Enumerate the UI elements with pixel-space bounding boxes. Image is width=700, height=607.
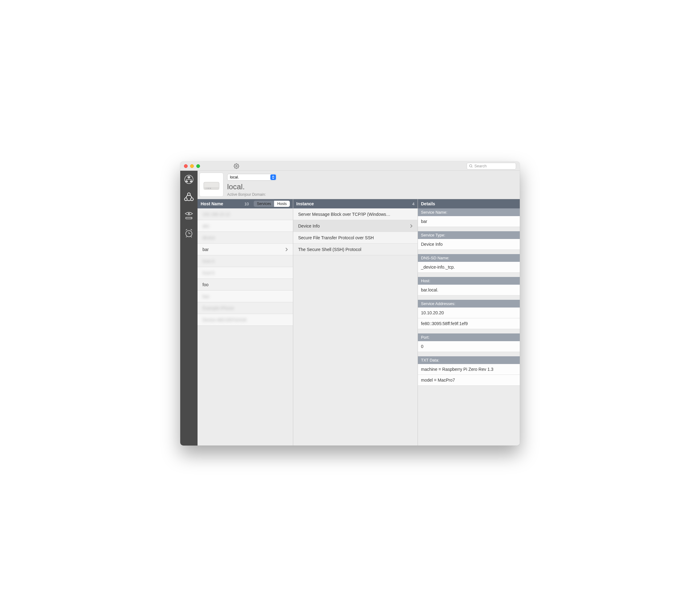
instance-row[interactable]: Device Info — [293, 220, 418, 232]
detail-label-service-type: Service Type: — [418, 231, 520, 239]
app-window: local. Active Bonjour Domain: Host Name … — [180, 162, 520, 445]
hosts-list: 192.168.10.12abcdevicebarhost-4host-5foo… — [197, 208, 293, 445]
svg-point-1 — [469, 165, 472, 167]
svg-point-0 — [236, 165, 237, 167]
host-row[interactable]: Device ABCDEFGHIJK — [197, 314, 293, 326]
detail-label-service-addresses: Service Addresses: — [418, 300, 520, 308]
host-row[interactable]: baz — [197, 291, 293, 302]
host-row[interactable]: foo — [197, 279, 293, 291]
hosts-count: 10 — [245, 202, 249, 206]
domain-header: local. Active Bonjour Domain: — [197, 171, 520, 199]
detail-value-address-1: fe80::3095:58ff:fe9f:1ef9 — [418, 318, 520, 329]
gear-icon — [234, 163, 239, 169]
instance-row[interactable]: Secure File Transfer Protocol over SSH — [293, 232, 418, 244]
detail-value-host: bar.local. — [418, 285, 520, 295]
detail-value-port: 0 — [418, 341, 520, 352]
detail-label-dns-sd-name: DNS-SD Name: — [418, 254, 520, 262]
detail-label-txt-data: TXT Data: — [418, 356, 520, 364]
detail-label-service-name: Service Name: — [418, 208, 520, 216]
detail-value-dns-sd-name: _device-info._tcp. — [418, 262, 520, 273]
mac-studio-icon — [203, 177, 220, 192]
close-button[interactable] — [184, 164, 188, 168]
rail-network[interactable] — [182, 173, 196, 186]
bonjour-icon — [183, 192, 194, 203]
details-header-title: Details — [421, 201, 435, 206]
device-thumbnail — [199, 173, 224, 197]
details-panel: Service Name: bar Service Type: Device I… — [418, 208, 520, 445]
host-label: foo — [203, 282, 208, 287]
domain-subtitle: Active Bonjour Domain: — [227, 192, 277, 197]
window-controls — [184, 164, 200, 168]
svg-point-9 — [190, 198, 193, 201]
instance-count: 4 — [412, 202, 415, 206]
host-row[interactable]: host-5 — [197, 267, 293, 279]
instance-label: Device Info — [298, 224, 320, 229]
search-icon — [469, 164, 473, 168]
instance-row[interactable]: Server Message Block over TCP/IP (Window… — [293, 208, 418, 220]
detail-value-address-0: 10.10.20.20 — [418, 308, 520, 318]
rail-schedule[interactable] — [182, 226, 196, 240]
rail-monitor[interactable] — [182, 208, 196, 222]
instance-row[interactable]: The Secure Shell (SSH) Protocol — [293, 244, 418, 255]
search-field[interactable] — [467, 163, 516, 169]
svg-point-12 — [191, 218, 192, 218]
search-input[interactable] — [474, 164, 514, 168]
settings-button[interactable] — [233, 163, 239, 169]
sidebar-rail — [180, 171, 197, 445]
svg-line-2 — [472, 167, 472, 167]
host-label: 192.168.10.12 — [203, 212, 230, 217]
instance-label: The Secure Shell (SSH) Protocol — [298, 247, 361, 252]
host-row[interactable]: device — [197, 232, 293, 244]
zoom-button[interactable] — [196, 164, 200, 168]
svg-rect-17 — [207, 188, 209, 189]
detail-label-host: Host: — [418, 277, 520, 285]
eye-device-icon — [184, 210, 194, 221]
instance-list: Server Message Block over TCP/IP (Window… — [293, 208, 418, 445]
titlebar — [180, 162, 520, 171]
svg-rect-4 — [188, 176, 190, 178]
domain-title: local. — [227, 183, 277, 191]
rail-bonjour[interactable] — [182, 190, 196, 204]
host-label: device — [203, 235, 215, 240]
svg-point-10 — [188, 213, 190, 214]
svg-point-8 — [185, 198, 187, 201]
detail-value-service-type: Device Info — [418, 239, 520, 250]
main-content: local. Active Bonjour Domain: Host Name … — [197, 171, 520, 445]
domain-select-input[interactable] — [227, 174, 277, 181]
segment-services[interactable]: Services — [254, 201, 274, 207]
svg-rect-6 — [190, 181, 192, 182]
hosts-header-title: Host Name — [200, 201, 223, 206]
instance-header-title: Instance — [296, 201, 314, 206]
host-label: abc — [203, 224, 210, 229]
services-hosts-toggle[interactable]: Services Hosts — [254, 201, 290, 207]
host-row[interactable]: Example iPhone — [197, 302, 293, 314]
hosts-column: Host Name 10 Services Hosts 192.168.10.1… — [197, 199, 293, 445]
network-icon — [184, 174, 194, 185]
host-row[interactable]: bar — [197, 244, 293, 255]
host-label: Device ABCDEFGHIJK — [203, 317, 247, 322]
host-label: host-5 — [203, 270, 214, 275]
chevron-right-icon — [285, 247, 288, 252]
chevron-right-icon — [409, 224, 413, 228]
alarm-clock-icon — [184, 228, 194, 238]
details-column: Details Service Name: bar Service Type: … — [418, 199, 520, 445]
detail-value-txt-0: machine = Raspberry Pi Zero Rev 1.3 — [418, 364, 520, 375]
svg-point-7 — [188, 193, 190, 196]
host-label: baz — [203, 294, 210, 299]
minimize-button[interactable] — [190, 164, 194, 168]
host-row[interactable]: abc — [197, 220, 293, 232]
host-label: bar — [203, 247, 209, 252]
svg-rect-5 — [186, 181, 188, 182]
details-header: Details — [418, 199, 520, 208]
instance-column: Instance 4 Server Message Block over TCP… — [293, 199, 418, 445]
instance-header: Instance 4 — [293, 199, 418, 208]
hosts-header: Host Name 10 Services Hosts — [197, 199, 293, 208]
segment-hosts[interactable]: Hosts — [274, 201, 290, 207]
detail-label-port: Port: — [418, 333, 520, 341]
host-row[interactable]: host-4 — [197, 255, 293, 267]
domain-select[interactable] — [227, 174, 277, 181]
instance-label: Secure File Transfer Protocol over SSH — [298, 235, 374, 240]
host-label: host-4 — [203, 259, 214, 264]
host-row[interactable]: 192.168.10.12 — [197, 208, 293, 220]
detail-value-service-name: bar — [418, 216, 520, 227]
